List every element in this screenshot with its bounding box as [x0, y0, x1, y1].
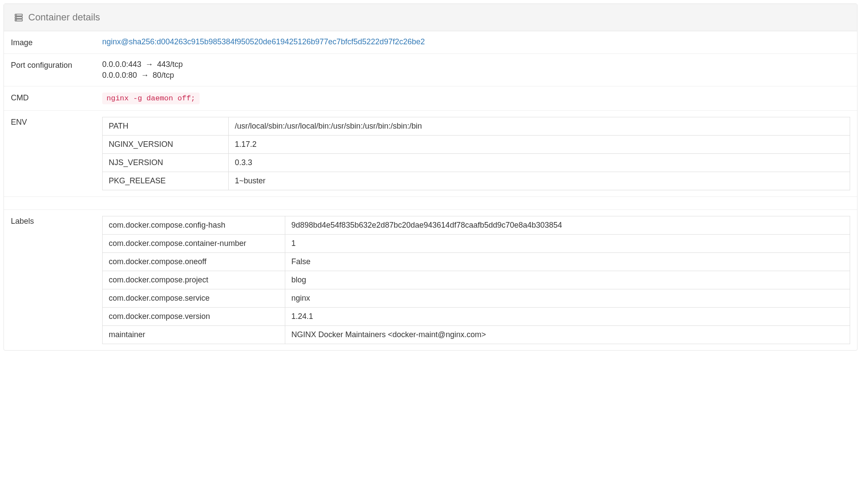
env-label: ENV	[11, 117, 102, 127]
port-container: 443/tcp	[157, 60, 183, 69]
table-row: NJS_VERSION 0.3.3	[103, 154, 850, 172]
env-val: 1.17.2	[229, 136, 850, 154]
label-key: com.docker.compose.container-number	[103, 235, 285, 253]
port-container: 80/tcp	[153, 71, 174, 80]
cmd-label: CMD	[11, 93, 102, 103]
labels-label: Labels	[11, 216, 102, 226]
port-host: 0.0.0.0:80	[102, 71, 137, 80]
image-row: Image nginx@sha256:d004263c915b985384f95…	[4, 31, 857, 54]
label-key: maintainer	[103, 326, 285, 344]
label-val: 1.24.1	[285, 308, 850, 326]
env-key: PKG_RELEASE	[103, 172, 229, 190]
env-table: PATH /usr/local/sbin:/usr/local/bin:/usr…	[102, 117, 850, 190]
env-key: NGINX_VERSION	[103, 136, 229, 154]
port-config-label: Port configuration	[11, 60, 102, 70]
label-val: nginx	[285, 289, 850, 308]
cmd-value: nginx -g daemon off;	[102, 93, 850, 104]
env-key: PATH	[103, 117, 229, 136]
table-row: com.docker.compose.project blog	[103, 271, 850, 289]
labels-row: Labels com.docker.compose.config-hash 9d…	[4, 210, 857, 350]
server-icon	[14, 13, 23, 22]
label-key: com.docker.compose.project	[103, 271, 285, 289]
env-val: 1~buster	[229, 172, 850, 190]
svg-point-4	[16, 17, 17, 18]
panel-title: Container details	[28, 12, 100, 23]
labels-value: com.docker.compose.config-hash 9d898bd4e…	[102, 216, 850, 344]
label-val: blog	[285, 271, 850, 289]
table-row: NGINX_VERSION 1.17.2	[103, 136, 850, 154]
env-val: 0.3.3	[229, 154, 850, 172]
table-row: com.docker.compose.version 1.24.1	[103, 308, 850, 326]
labels-table: com.docker.compose.config-hash 9d898bd4e…	[102, 216, 850, 344]
label-key: com.docker.compose.oneoff	[103, 253, 285, 271]
container-details-panel: Container details Image nginx@sha256:d00…	[3, 3, 858, 351]
image-link[interactable]: nginx@sha256:d004263c915b985384f950520de…	[102, 37, 425, 46]
env-val: /usr/local/sbin:/usr/local/bin:/usr/sbin…	[229, 117, 850, 136]
table-row: com.docker.compose.config-hash 9d898bd4e…	[103, 216, 850, 235]
arrow-icon: →	[145, 60, 153, 69]
label-val: False	[285, 253, 850, 271]
arrow-icon: →	[141, 71, 149, 80]
label-val: 9d898bd4e54f835b632e2d87bc20dae943614df7…	[285, 216, 850, 235]
table-row: maintainer NGINX Docker Maintainers <doc…	[103, 326, 850, 344]
port-mapping: 0.0.0.0:80 → 80/tcp	[102, 71, 850, 80]
table-row: com.docker.compose.service nginx	[103, 289, 850, 308]
env-row: ENV PATH /usr/local/sbin:/usr/local/bin:…	[4, 111, 857, 197]
cmd-code: nginx -g daemon off;	[102, 93, 200, 104]
table-row: PKG_RELEASE 1~buster	[103, 172, 850, 190]
env-value: PATH /usr/local/sbin:/usr/local/bin:/usr…	[102, 117, 850, 190]
port-config-value: 0.0.0.0:443 → 443/tcp 0.0.0.0:80 → 80/tc…	[102, 60, 850, 80]
port-mapping: 0.0.0.0:443 → 443/tcp	[102, 60, 850, 69]
table-row: com.docker.compose.oneoff False	[103, 253, 850, 271]
svg-point-3	[16, 15, 17, 15]
image-label: Image	[11, 37, 102, 47]
label-key: com.docker.compose.config-hash	[103, 216, 285, 235]
image-value: nginx@sha256:d004263c915b985384f950520de…	[102, 37, 850, 46]
table-row: com.docker.compose.container-number 1	[103, 235, 850, 253]
label-key: com.docker.compose.version	[103, 308, 285, 326]
panel-header: Container details	[4, 4, 857, 31]
cmd-row: CMD nginx -g daemon off;	[4, 86, 857, 111]
section-divider	[4, 197, 857, 210]
port-host: 0.0.0.0:443	[102, 60, 141, 69]
svg-point-5	[16, 20, 17, 20]
port-config-row: Port configuration 0.0.0.0:443 → 443/tcp…	[4, 54, 857, 86]
table-row: PATH /usr/local/sbin:/usr/local/bin:/usr…	[103, 117, 850, 136]
env-key: NJS_VERSION	[103, 154, 229, 172]
label-val: NGINX Docker Maintainers <docker-maint@n…	[285, 326, 850, 344]
label-key: com.docker.compose.service	[103, 289, 285, 308]
label-val: 1	[285, 235, 850, 253]
